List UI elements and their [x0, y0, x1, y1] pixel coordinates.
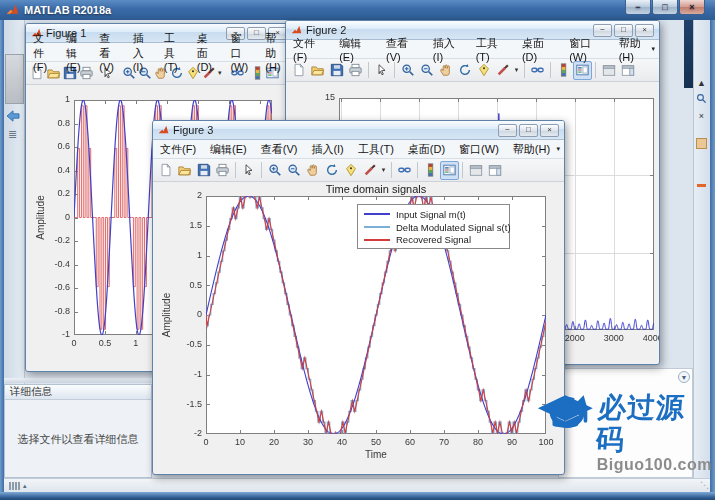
back-arrow-icon[interactable]: [6, 108, 20, 126]
watermark-cn-text: 必过源码: [594, 392, 714, 456]
close-panel-icon[interactable]: ×: [695, 109, 708, 122]
dropdown-icon[interactable]: ▾: [379, 161, 388, 180]
figure3-maximize-button[interactable]: □: [519, 124, 538, 137]
plot-tools-off-icon[interactable]: [466, 161, 485, 180]
figure3-titlebar[interactable]: Figure 3 − □ ×: [153, 121, 564, 140]
datatip-icon[interactable]: [341, 161, 360, 180]
pointer-icon[interactable]: [372, 61, 391, 80]
main-titlebar: MATLAB R2018a − □ ×: [0, 0, 715, 20]
menu-edit[interactable]: 编辑(E): [203, 140, 254, 158]
new-file-icon[interactable]: [289, 61, 308, 80]
resize-grip-icon[interactable]: ⋱: [700, 480, 708, 490]
search-icon[interactable]: [695, 92, 708, 105]
minimize-button[interactable]: −: [625, 0, 651, 15]
toolbar-separator: [550, 62, 551, 78]
plot-tools-on-icon[interactable]: [618, 61, 637, 80]
minimize-dash-icon[interactable]: [697, 184, 706, 187]
dropdown-icon[interactable]: ▾: [512, 61, 521, 80]
save-icon[interactable]: [327, 61, 346, 80]
toolbar-separator: [417, 162, 418, 178]
menu-view[interactable]: 查看(V): [379, 40, 426, 58]
brush-icon[interactable]: [360, 161, 379, 180]
matlab-logo-icon: [6, 4, 19, 17]
menu-file[interactable]: 文件(F): [153, 140, 203, 158]
toolbar-separator: [524, 62, 525, 78]
menu-insert[interactable]: 插入(I): [304, 140, 350, 158]
menu-window[interactable]: 窗口(W): [452, 140, 506, 158]
menu-help[interactable]: 帮助(H): [506, 140, 557, 158]
menu-tools[interactable]: 工具(T): [157, 43, 190, 61]
legend-entry-delta-modulated: Delta Modulated Signal s(t): [364, 221, 503, 234]
toolbar-separator: [391, 162, 392, 178]
toolbar-separator: [462, 162, 463, 178]
menu-view[interactable]: 查看(V): [92, 43, 125, 61]
statusbar: ▴ ⋱: [4, 478, 710, 492]
menu-overflow-icon[interactable]: ▾: [556, 145, 560, 153]
pan-icon[interactable]: [303, 161, 322, 180]
close-button[interactable]: ×: [679, 0, 705, 15]
note-icon[interactable]: [696, 138, 707, 149]
link-plots-icon[interactable]: [395, 161, 414, 180]
legend-entry-input-signal: Input Signal m(t): [364, 208, 503, 221]
toolbar-separator: [235, 162, 236, 178]
zoom-out-icon[interactable]: [284, 161, 303, 180]
plot-tools-on-icon[interactable]: [485, 161, 504, 180]
figure3-minimize-button[interactable]: −: [498, 124, 517, 137]
pointer-icon[interactable]: [239, 161, 258, 180]
colorbar-icon[interactable]: [421, 161, 440, 180]
scroll-up-icon[interactable]: ▲: [695, 76, 708, 89]
rotate-3d-icon[interactable]: [322, 161, 341, 180]
menu-tools[interactable]: 工具(T): [351, 140, 401, 158]
maximize-button[interactable]: □: [652, 0, 678, 15]
menu-window[interactable]: 窗口(W): [223, 43, 258, 61]
menu-tools[interactable]: 工具(T): [469, 40, 515, 58]
zoom-out-icon[interactable]: [417, 61, 436, 80]
app-title: MATLAB R2018a: [24, 4, 111, 16]
legend-line-swatch: [364, 226, 390, 228]
list-icon[interactable]: ≣: [8, 128, 17, 141]
colorbar-icon[interactable]: [252, 64, 264, 83]
dropdown-icon[interactable]: ▾: [217, 64, 223, 83]
save-icon[interactable]: [194, 161, 213, 180]
menu-file[interactable]: 文件(F): [286, 40, 332, 58]
legend-line-swatch: [364, 213, 390, 215]
zoom-in-icon[interactable]: [398, 61, 417, 80]
matlab-logo-icon: [158, 125, 169, 136]
zoom-in-icon[interactable]: [265, 161, 284, 180]
menu-overflow-icon[interactable]: ▾: [651, 45, 655, 53]
statusbar-grip-icon[interactable]: ▴: [9, 482, 27, 490]
menu-insert[interactable]: 插入(I): [426, 40, 469, 58]
print-icon[interactable]: [213, 161, 232, 180]
menu-desktop[interactable]: 桌面(D): [190, 43, 224, 61]
panel-splitter[interactable]: [4, 378, 152, 383]
datatip-icon[interactable]: [474, 61, 493, 80]
print-icon[interactable]: [346, 61, 365, 80]
figure2-menubar: 文件(F) 编辑(E) 查看(V) 插入(I) 工具(T) 桌面(D) 窗口(W…: [286, 40, 659, 59]
menu-window[interactable]: 窗口(W): [562, 40, 611, 58]
open-file-icon[interactable]: [308, 61, 327, 80]
plot-tools-off-icon[interactable]: [599, 61, 618, 80]
open-file-icon[interactable]: [175, 161, 194, 180]
graduation-cap-icon: [536, 392, 595, 450]
figure3-legend[interactable]: Input Signal m(t) Delta Modulated Signal…: [357, 204, 510, 249]
menu-desktop[interactable]: 桌面(D): [401, 140, 452, 158]
details-panel-placeholder: 选择文件以查看详细信息: [5, 401, 151, 477]
menu-edit[interactable]: 编辑(E): [59, 43, 92, 61]
pan-icon[interactable]: [436, 61, 455, 80]
menu-insert[interactable]: 插入(I): [126, 43, 157, 61]
link-plots-icon[interactable]: [528, 61, 547, 80]
menu-desktop[interactable]: 桌面(D): [515, 40, 562, 58]
menu-view[interactable]: 查看(V): [254, 140, 305, 158]
legend-icon[interactable]: [440, 161, 459, 180]
figure3-close-button[interactable]: ×: [540, 124, 559, 137]
colorbar-icon[interactable]: [554, 61, 573, 80]
figure3-toolbar: ▾: [153, 159, 564, 182]
new-file-icon[interactable]: [156, 161, 175, 180]
toolbar-separator: [261, 162, 262, 178]
menu-edit[interactable]: 编辑(E): [332, 40, 379, 58]
dropdown-circle-icon[interactable]: ▼: [678, 371, 690, 383]
brush-icon[interactable]: [493, 61, 512, 80]
menu-file[interactable]: 文件(F): [26, 43, 59, 61]
rotate-3d-icon[interactable]: [455, 61, 474, 80]
legend-icon[interactable]: [573, 61, 592, 80]
